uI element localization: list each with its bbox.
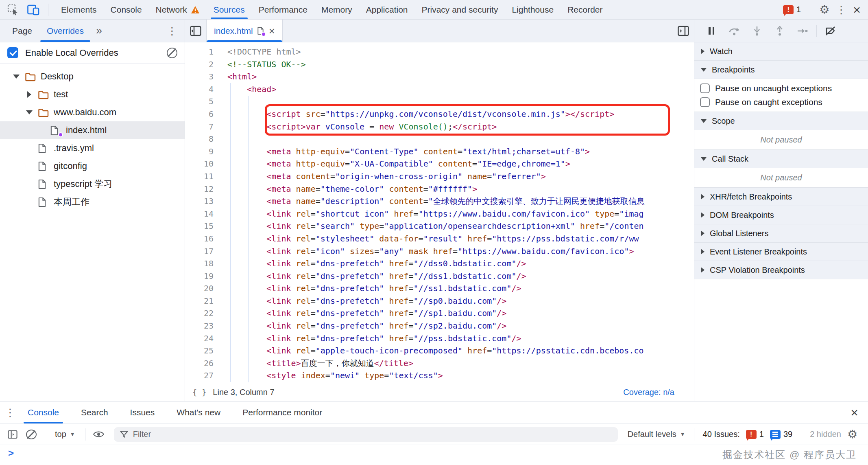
- checkbox-unchecked[interactable]: [700, 97, 710, 107]
- log-levels-dropdown[interactable]: Default levels ▼: [628, 430, 685, 439]
- javascript-context-dropdown[interactable]: top ▼: [51, 430, 79, 439]
- code-line-23[interactable]: 23 <link rel="dns-prefetch" href="//sp2.…: [185, 320, 694, 332]
- code-line-4[interactable]: 4 <head>: [185, 83, 694, 96]
- code-editor[interactable]: 1<!DOCTYPE html>2<!--STATUS OK-->3<html>…: [185, 42, 694, 383]
- close-devtools-icon[interactable]: ×: [853, 3, 861, 16]
- navigator-tab-overrides[interactable]: Overrides: [44, 20, 86, 42]
- code-line-12[interactable]: 12 <meta name="theme-color" content="#ff…: [185, 183, 694, 195]
- line-number[interactable]: 1: [185, 46, 214, 58]
- live-expression-eye-icon[interactable]: [91, 427, 107, 442]
- code-line-11[interactable]: 11 <meta content="origin-when-cross-orig…: [185, 170, 694, 183]
- section-header-event-listener-breakpoints[interactable]: Event Listener Breakpoints: [694, 243, 868, 261]
- console-filter-input[interactable]: Filter: [114, 427, 618, 442]
- code-line-2[interactable]: 2<!--STATUS OK-->: [185, 58, 694, 71]
- drawer-tab-issues[interactable]: Issues: [123, 401, 162, 423]
- code-line-16[interactable]: 16 <link rel="stylesheet" data-for="resu…: [185, 232, 694, 245]
- chevron-down-icon[interactable]: [12, 75, 20, 79]
- code-line-24[interactable]: 24 <link rel="dns-prefetch" href="//pss.…: [185, 332, 694, 345]
- chevron-down-icon[interactable]: [25, 110, 33, 114]
- clear-overrides-icon[interactable]: [167, 48, 177, 58]
- line-number[interactable]: 14: [185, 208, 214, 220]
- tree-item-gitconfig[interactable]: gitconfig: [0, 157, 185, 175]
- section-header-global-listeners[interactable]: Global Listeners: [694, 224, 868, 242]
- step-over-icon[interactable]: [723, 23, 746, 39]
- panel-tab-privacy-and-security[interactable]: Privacy and security: [414, 0, 505, 19]
- panel-tab-sources[interactable]: Sources: [207, 0, 252, 19]
- code-line-10[interactable]: 10 <meta http-equiv="X-UA-Compatible" co…: [185, 158, 694, 170]
- code-line-1[interactable]: 1<!DOCTYPE html>: [185, 46, 694, 58]
- clear-console-icon[interactable]: [24, 427, 39, 442]
- section-header-csp-violation-breakpoints[interactable]: CSP Violation Breakpoints: [694, 261, 868, 279]
- panel-tab-performance[interactable]: Performance: [252, 0, 314, 19]
- line-number[interactable]: 18: [185, 257, 214, 270]
- pretty-print-icon[interactable]: { }: [192, 388, 206, 397]
- issue-message-counter[interactable]: 39: [770, 430, 792, 439]
- line-number[interactable]: 27: [185, 369, 214, 382]
- code-line-25[interactable]: 25 <link rel="apple-touch-icon-precompos…: [185, 344, 694, 357]
- code-line-13[interactable]: 13 <meta name="description" content="全球领…: [185, 195, 694, 208]
- line-number[interactable]: 12: [185, 183, 214, 195]
- panel-tab-lighthouse[interactable]: Lighthouse: [505, 0, 560, 19]
- drawer-close-icon[interactable]: ×: [851, 406, 858, 419]
- code-line-15[interactable]: 15 <link rel="search" type="application/…: [185, 220, 694, 232]
- pause-script-icon[interactable]: [700, 23, 723, 39]
- code-line-26[interactable]: 26 <title>百度一下，你就知道</title>: [185, 357, 694, 370]
- line-number[interactable]: 17: [185, 245, 214, 258]
- line-number[interactable]: 13: [185, 195, 214, 208]
- checkbox-row-pause-on-uncaught-exceptions[interactable]: Pause on uncaught exceptions: [694, 81, 868, 95]
- toggle-debugger-sidebar-icon[interactable]: [673, 20, 694, 42]
- code-line-21[interactable]: 21 <link rel="dns-prefetch" href="//sp0.…: [185, 295, 694, 307]
- code-line-22[interactable]: 22 <link rel="dns-prefetch" href="//sp1.…: [185, 307, 694, 320]
- line-number[interactable]: 15: [185, 220, 214, 232]
- line-number[interactable]: 9: [185, 145, 214, 158]
- device-toolbar-icon[interactable]: [25, 2, 41, 18]
- coverage-link[interactable]: Coverage: n/a: [623, 388, 674, 397]
- line-number[interactable]: 25: [185, 344, 214, 357]
- deactivate-breakpoints-icon[interactable]: [819, 23, 842, 39]
- section-header-breakpoints[interactable]: Breakpoints: [694, 61, 868, 79]
- line-number[interactable]: 20: [185, 282, 214, 295]
- line-number[interactable]: 21: [185, 295, 214, 307]
- section-header-watch[interactable]: Watch: [694, 42, 868, 60]
- panel-tab-console[interactable]: Console: [104, 0, 149, 19]
- issues-counter[interactable]: ! 1: [783, 5, 801, 14]
- code-line-27[interactable]: 27 <style index="newi" type="text/css">: [185, 369, 694, 382]
- code-line-19[interactable]: 19 <link rel="dns-prefetch" href="//dss1…: [185, 270, 694, 283]
- console-sidebar-icon[interactable]: [5, 427, 20, 442]
- console-settings-gear-icon[interactable]: ⚙: [847, 429, 857, 440]
- code-line-17[interactable]: 17 <link rel="icon" sizes="any" mask hre…: [185, 245, 694, 258]
- line-number[interactable]: 4: [185, 83, 214, 96]
- tree-item-item-7[interactable]: 本周工作: [0, 193, 185, 211]
- panel-tab-network[interactable]: Network: [149, 0, 207, 19]
- line-number[interactable]: 2: [185, 58, 214, 71]
- panel-tab-recorder[interactable]: Recorder: [560, 0, 609, 19]
- tree-item-desktop[interactable]: Desktop: [0, 68, 185, 86]
- navigator-more-menu-icon[interactable]: ⋮: [167, 26, 177, 36]
- line-number[interactable]: 11: [185, 170, 214, 183]
- drawer-more-menu-icon[interactable]: ⋮: [0, 401, 20, 423]
- panel-tab-elements[interactable]: Elements: [54, 0, 104, 19]
- more-tabs-icon[interactable]: »: [96, 24, 102, 37]
- section-header-xhr-fetch-breakpoints[interactable]: XHR/fetch Breakpoints: [694, 188, 868, 206]
- editor-tab-index-html[interactable]: index.html ×: [206, 20, 283, 42]
- tree-item-www-baidu-com[interactable]: www.baidu.com: [0, 103, 185, 121]
- checkbox-unchecked[interactable]: [700, 83, 710, 93]
- tree-item-test[interactable]: test: [0, 86, 185, 103]
- tab-close-icon[interactable]: ×: [269, 26, 275, 36]
- code-line-14[interactable]: 14 <link rel="shortcut icon" href="https…: [185, 208, 694, 220]
- code-line-8[interactable]: 8: [185, 133, 694, 145]
- tree-item-travis-yml[interactable]: .travis.yml: [0, 139, 185, 157]
- tree-item-typescript[interactable]: typescript 学习: [0, 175, 185, 193]
- line-number[interactable]: 19: [185, 270, 214, 283]
- panel-tab-memory[interactable]: Memory: [314, 0, 359, 19]
- section-header-dom-breakpoints[interactable]: DOM Breakpoints: [694, 206, 868, 224]
- line-number[interactable]: 10: [185, 158, 214, 170]
- checkbox-row-pause-on-caught-exceptions[interactable]: Pause on caught exceptions: [694, 95, 868, 109]
- drawer-tab-console[interactable]: Console: [20, 401, 66, 423]
- step-out-icon[interactable]: [768, 23, 791, 39]
- issues-label[interactable]: 40 Issues:: [703, 430, 740, 439]
- code-line-9[interactable]: 9 <meta http-equiv="Content-Type" conten…: [185, 145, 694, 158]
- issue-error-counter[interactable]: ! 1: [746, 430, 764, 439]
- line-number[interactable]: 3: [185, 70, 214, 83]
- code-line-18[interactable]: 18 <link rel="dns-prefetch" href="//dss0…: [185, 257, 694, 270]
